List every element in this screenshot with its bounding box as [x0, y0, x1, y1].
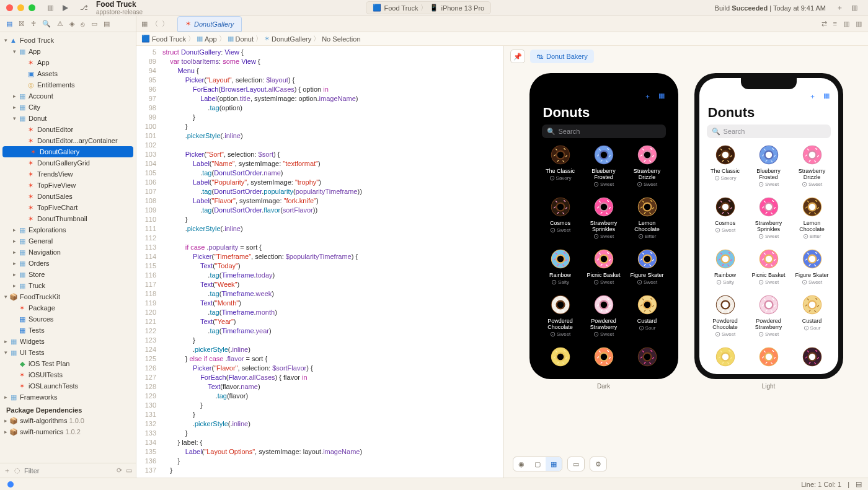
donut-cell[interactable]: Picnic Basket⊙Sweet: [583, 247, 625, 291]
breadcrumb[interactable]: 🟦 Food Truck〉▦ App〉▦ Donut〉✶ DonutGaller…: [136, 32, 868, 46]
tree-folder[interactable]: ▸▦Orders: [0, 258, 136, 269]
tree-root[interactable]: ▾▲Food Truck: [0, 35, 136, 46]
tree-file[interactable]: ✶iOSLaunchTests: [0, 380, 136, 392]
tree-file[interactable]: ▣Assets: [0, 68, 136, 79]
donut-cell[interactable]: Cosmos⊙Sweet: [704, 195, 746, 245]
nav-forward-icon[interactable]: 〉: [162, 19, 169, 28]
source-control-icon[interactable]: ☒: [19, 20, 25, 28]
donut-cell[interactable]: Powdered Strawberry⊙Sweet: [583, 293, 625, 343]
tree-dependency[interactable]: ▸📦swift-numerics 1.0.2: [0, 426, 136, 437]
recent-icon[interactable]: ⟳: [117, 466, 122, 475]
scheme-branch-icon[interactable]: ⎇: [76, 2, 91, 14]
code-body[interactable]: struct DonutGallery: View { var toolbarI…: [160, 46, 503, 478]
tree-folder[interactable]: ▸▦Frameworks: [0, 392, 136, 403]
tree-file[interactable]: ✶DonutThumbnail: [0, 213, 136, 224]
selectable-mode-icon[interactable]: ▢: [529, 457, 546, 471]
tree-file[interactable]: ✶DonutGallery: [2, 146, 133, 157]
symbol-navigator-icon[interactable]: ♰: [31, 20, 36, 28]
donut-cell[interactable]: [583, 345, 625, 374]
tree-folder[interactable]: ▸▦Account: [0, 90, 136, 102]
minimize-window[interactable]: [17, 4, 24, 11]
device-settings-button[interactable]: ▭: [567, 457, 585, 471]
donut-cell[interactable]: Blueberry Frosted⊙Sweet: [748, 143, 790, 193]
donut-cell[interactable]: Custard⊙Sour: [626, 293, 668, 343]
donut-cell[interactable]: Rainbow⊙Salty: [539, 247, 582, 291]
close-window[interactable]: [6, 4, 13, 11]
donut-cell[interactable]: The Classic⊙Savory: [539, 143, 582, 193]
add-button[interactable]: ＋: [832, 2, 847, 14]
donut-cell[interactable]: Powdered Chocolate⊙Sweet: [704, 293, 746, 343]
tree-file[interactable]: ✶DonutSales: [0, 191, 136, 202]
phone-frame[interactable]: ＋▦ Donuts 🔍Search The Classic⊙Savory Blu…: [529, 73, 678, 379]
donut-cell[interactable]: Blueberry Frosted⊙Sweet: [583, 143, 625, 193]
donut-cell[interactable]: [748, 345, 790, 374]
search-field[interactable]: 🔍Search: [707, 125, 831, 138]
tree-folder[interactable]: ▸▦Truck: [0, 280, 136, 291]
code-editor[interactable]: 5899495969798991001011021031041051061071…: [136, 46, 503, 478]
search-field[interactable]: 🔍Search: [542, 125, 666, 138]
donut-cell[interactable]: The Classic⊙Savory: [704, 143, 746, 193]
tree-file[interactable]: ✶iOSUITests: [0, 369, 136, 380]
tree-file[interactable]: ✶DonutEditor: [0, 124, 136, 135]
tree-dependency[interactable]: ▸📦swift-algorithms 1.0.0: [0, 415, 136, 426]
phone-frame[interactable]: ＋▦ Donuts 🔍Search The Classic⊙Savory Blu…: [694, 73, 843, 379]
scm-filter-icon[interactable]: ▭: [126, 466, 132, 475]
canvas-settings-button[interactable]: ⚙: [590, 457, 607, 471]
nav-back-icon[interactable]: 〈: [151, 19, 158, 28]
tree-file[interactable]: ✶Package: [0, 302, 136, 313]
tree-folder[interactable]: ▸▦Widgets: [0, 336, 136, 347]
tree-folder-donut[interactable]: ▾▦Donut: [0, 113, 136, 124]
related-items-icon[interactable]: ▦: [141, 20, 148, 28]
tree-file[interactable]: ✶App: [0, 57, 136, 68]
tree-folder[interactable]: ▸▦Store: [0, 269, 136, 280]
zoom-window[interactable]: [29, 4, 35, 11]
add-icon[interactable]: ＋: [809, 92, 816, 101]
find-navigator-icon[interactable]: 🔍: [42, 20, 51, 28]
donut-cell[interactable]: Custard⊙Sour: [791, 293, 833, 343]
breadcrumb-item[interactable]: ▦ Donut: [228, 35, 254, 43]
layout-icon[interactable]: ▦: [823, 92, 830, 101]
donut-cell[interactable]: Rainbow⊙Salty: [704, 247, 746, 291]
sync-icon[interactable]: ⇄: [822, 20, 827, 28]
donut-cell[interactable]: Figure Skater⊙Sweet: [791, 247, 833, 291]
breadcrumb-item[interactable]: No Selection: [322, 35, 360, 43]
tree-folder[interactable]: ▸▦Navigation: [0, 247, 136, 258]
layout-icon[interactable]: ▦: [658, 92, 665, 101]
breadcrumb-item[interactable]: ✶ DonutGallery: [264, 35, 311, 43]
donut-cell[interactable]: [704, 345, 746, 374]
tree-folder[interactable]: ▸▦General: [0, 235, 136, 247]
toggle-inspector-icon[interactable]: ▥: [843, 20, 849, 28]
project-navigator-icon[interactable]: ▤: [6, 20, 12, 28]
add-icon[interactable]: ＋: [644, 92, 651, 101]
toggle-left-sidebar-icon[interactable]: ▥: [43, 2, 58, 14]
breadcrumb-item[interactable]: ▦ App: [197, 35, 217, 43]
donut-cell[interactable]: Strawberry Drizzle⊙Sweet: [626, 143, 668, 193]
donut-cell[interactable]: [626, 345, 668, 374]
minimap-icon[interactable]: ▤: [856, 480, 862, 488]
issue-navigator-icon[interactable]: ⚠: [57, 20, 63, 28]
variants-mode-icon[interactable]: ▦: [546, 457, 562, 471]
test-navigator-icon[interactable]: ◈: [69, 20, 74, 28]
toggle-right-sidebar-icon[interactable]: ▥: [847, 2, 862, 14]
donut-cell[interactable]: Figure Skater⊙Sweet: [626, 247, 668, 291]
donut-cell[interactable]: [539, 345, 582, 374]
donut-cell[interactable]: Cosmos⊙Sweet: [539, 195, 582, 245]
tab-donutgallery[interactable]: ✶ DonutGallery: [177, 16, 242, 32]
tree-folder[interactable]: ▸▦Explorations: [0, 224, 136, 235]
donut-cell[interactable]: Strawberry Drizzle⊙Sweet: [791, 143, 833, 193]
filter-scope-icon[interactable]: ◌: [14, 466, 20, 475]
tree-file[interactable]: ◎Entitlements: [0, 79, 136, 90]
tree-package[interactable]: ▾📦FoodTruckKit: [0, 291, 136, 302]
donut-cell[interactable]: Powdered Strawberry⊙Sweet: [748, 293, 790, 343]
report-navigator-icon[interactable]: ▤: [104, 20, 110, 28]
breakpoint-navigator-icon[interactable]: ▭: [91, 20, 97, 28]
preview-provider-pill[interactable]: 🛍 Donut Bakery: [530, 50, 594, 63]
breadcrumb-item[interactable]: 🟦 Food Truck: [141, 35, 186, 43]
tree-file[interactable]: ✶DonutEditor...aryContainer: [0, 135, 136, 146]
tree-file[interactable]: ▦Sources: [0, 313, 136, 325]
filter-input[interactable]: [24, 467, 113, 475]
tree-file[interactable]: ▦Tests: [0, 325, 136, 336]
tree-folder[interactable]: ▸▦City: [0, 102, 136, 113]
donut-cell[interactable]: Picnic Basket⊙Sweet: [748, 247, 790, 291]
adjust-editor-icon[interactable]: ≡: [833, 20, 837, 28]
